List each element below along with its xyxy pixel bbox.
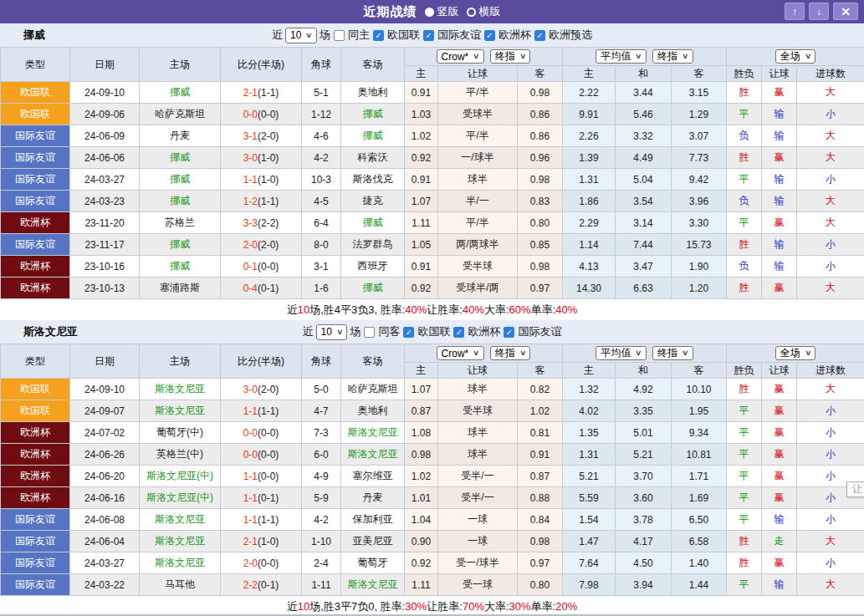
odds-source-select[interactable]: 终指∨ (490, 346, 531, 360)
home-team: 挪威 (140, 256, 221, 277)
handicap-outcome: 走 (762, 531, 797, 552)
avg-away: 3.30 (672, 212, 727, 234)
handicap-outcome: 输 (762, 256, 797, 277)
match-date: 24-06-04 (70, 531, 140, 552)
games-label: 场 (320, 28, 330, 43)
handicap-line: 受一球 (438, 574, 518, 596)
odds-source-select[interactable]: Crow*∨ (437, 49, 484, 64)
avg-draw: 3.35 (616, 400, 672, 422)
odds-away: 0.83 (518, 191, 563, 212)
handicap-line: 一球 (438, 531, 518, 552)
avg-away: 7.73 (672, 147, 727, 169)
odds-source-select[interactable]: 全场∨ (775, 346, 816, 360)
odds-away: 0.84 (518, 509, 563, 531)
odds-away: 0.88 (518, 487, 563, 509)
same-venue-checkbox[interactable] (364, 327, 375, 338)
score-halftime: (0-1) (258, 579, 279, 591)
avg-away: 15.73 (672, 234, 727, 256)
odds-source-select[interactable]: 平均值∨ (596, 49, 647, 64)
handicap-line: 半/一 (438, 191, 518, 212)
score-fulltime: 1-1 (243, 471, 258, 482)
horizontal-layout-radio[interactable]: 横版 (467, 4, 501, 19)
home-team: 挪威 (140, 82, 221, 104)
odds-source-select[interactable]: 终指∨ (490, 49, 531, 64)
vertical-layout-radio[interactable]: 竖版 (425, 4, 459, 19)
competition-checkbox[interactable]: ✓ (403, 327, 414, 338)
away-team: 丹麦 (341, 487, 405, 509)
header-selects: 平均值∨终指∨ (563, 346, 726, 360)
match-score: 1-1(0-0) (221, 466, 302, 487)
odds-source-select[interactable]: 平均值∨ (596, 346, 647, 360)
odds-source-select[interactable]: 终指∨ (652, 346, 693, 360)
match-type-badge: 欧洲杯 (1, 256, 70, 277)
recent-count-select[interactable]: 10∨ (316, 324, 348, 340)
chevron-down-icon: ∨ (635, 53, 642, 60)
table-row: 欧洲杯24-06-16斯洛文尼亚(中)1-1(0-1)5-9丹麦1.01受半/一… (1, 487, 864, 509)
competition-checkbox[interactable]: ✓ (484, 30, 495, 41)
home-team: 斯洛文尼亚 (140, 509, 221, 531)
competition-checkbox[interactable]: ✓ (373, 30, 384, 41)
odds-source-select[interactable]: 终指∨ (652, 49, 693, 64)
away-team: 哈萨克斯坦 (341, 379, 405, 400)
close-button[interactable]: ✕ (833, 3, 858, 20)
move-up-button[interactable]: ↑ (785, 3, 805, 20)
team-name: 挪威 (23, 28, 45, 43)
recent-count-select[interactable]: 10∨ (285, 28, 317, 43)
odds-source-select[interactable]: 全场∨ (775, 49, 816, 64)
away-team: 西班牙 (341, 256, 405, 277)
odds-source-select-value: 全场 (780, 346, 800, 360)
home-team: 斯洛文尼亚(中) (140, 487, 221, 509)
sub-column-header: 和 (616, 66, 672, 82)
sections-container: 挪威近10∨场同主✓欧国联✓国际友谊✓欧洲杯✓欧洲预选类型日期主场比分(半场)角… (0, 23, 864, 616)
goals-outcome: 大 (797, 277, 864, 299)
away-team: 法罗群岛 (341, 234, 405, 256)
result-outcome: 平 (727, 400, 762, 422)
match-date: 24-03-27 (70, 552, 140, 574)
match-type-badge: 国际友谊 (1, 191, 70, 212)
summary-segment: 70% (463, 600, 484, 613)
score-halftime: (0-0) (258, 261, 279, 272)
move-down-button[interactable]: ↓ (809, 3, 829, 20)
summary-segment: 单率: (531, 303, 556, 318)
match-type-badge: 国际友谊 (1, 169, 70, 191)
competition-checkbox[interactable]: ✓ (453, 327, 464, 338)
avg-away: 3.96 (672, 191, 727, 212)
summary-segment: 让胜率: (427, 303, 463, 318)
column-header: 主场 (140, 344, 221, 379)
competition-checkbox[interactable]: ✓ (534, 30, 545, 41)
away-team: 斯洛伐克 (341, 169, 405, 191)
table-row: 欧洲杯24-07-02葡萄牙(中)0-0(0-0)7-3斯洛文尼亚1.08球半0… (1, 422, 864, 444)
competition-checkbox[interactable]: ✓ (423, 30, 434, 41)
score-fulltime: 3-3 (243, 217, 258, 229)
column-header: 类型 (1, 344, 70, 379)
section-filter-row: 挪威近10∨场同主✓欧国联✓国际友谊✓欧洲杯✓欧洲预选 (0, 23, 864, 47)
odds-source-select[interactable]: Crow*∨ (437, 346, 484, 360)
avg-home: 1.32 (563, 379, 616, 400)
competition-checkbox[interactable]: ✓ (504, 327, 514, 338)
recent-count-select-value: 10 (321, 326, 332, 338)
odds-home: 1.03 (405, 104, 438, 125)
corner-count: 1-12 (302, 104, 341, 125)
corner-count: 3-1 (302, 256, 341, 277)
result-outcome: 平 (727, 574, 762, 596)
result-outcome: 平 (727, 422, 762, 444)
same-venue-checkbox[interactable] (334, 30, 345, 41)
avg-draw: 4.50 (616, 552, 672, 574)
table-row: 国际友谊24-03-22马耳他2-2(0-1)1-11斯洛文尼亚1.11受一球0… (1, 574, 864, 596)
avg-draw: 3.14 (616, 212, 672, 234)
table-row: 欧国联24-09-06哈萨克斯坦0-0(0-0)1-12挪威1.03受球半0.8… (1, 104, 864, 125)
summary-segment: 20% (555, 600, 577, 613)
odds-away: 0.91 (518, 444, 563, 466)
odds-home: 1.01 (405, 487, 438, 509)
result-outcome: 负 (727, 125, 762, 147)
away-team: 奥地利 (341, 400, 405, 422)
handicap-outcome: 赢 (762, 487, 797, 509)
result-outcome: 平 (727, 444, 762, 466)
sub-column-header: 客 (672, 363, 727, 379)
avg-home: 5.21 (563, 466, 616, 487)
match-score: 3-0(2-0) (221, 379, 302, 400)
match-type-badge: 欧国联 (1, 82, 70, 104)
avg-home: 4.13 (563, 256, 616, 277)
away-team: 塞尔维亚 (341, 466, 405, 487)
match-date: 24-07-02 (70, 422, 140, 444)
